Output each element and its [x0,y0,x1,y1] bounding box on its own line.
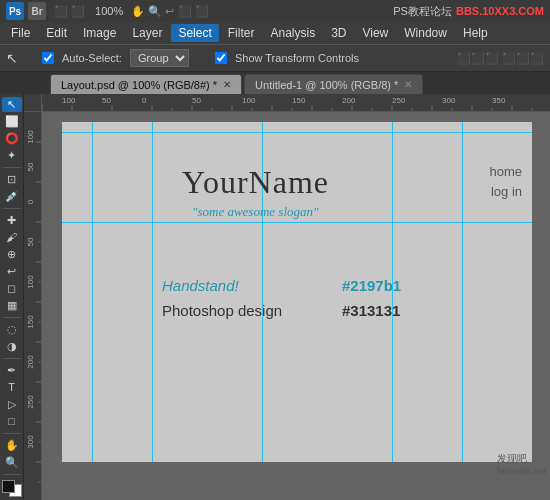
guide-h1 [62,132,532,133]
tool-history[interactable]: ↩ [2,264,22,279]
tool-divider-3 [3,317,21,318]
canvas-handstand: Handstand! [162,277,239,294]
align-icons: ⬛⬛⬛ ⬛⬛⬛ [457,52,544,65]
canvas-hash2: #313131 [342,302,400,319]
svg-text:300: 300 [26,435,35,449]
tool-gradient[interactable]: ▦ [2,298,22,313]
workspace: ↖ ⬜ ⭕ ✦ ⊡ 💉 ✚ 🖌 ⊕ ↩ ◻ ▦ ◌ ◑ ✒ T ▷ □ ✋ 🔍 [0,94,550,500]
menu-layer[interactable]: Layer [125,24,169,42]
tool-brush[interactable]: 🖌 [2,230,22,245]
tool-eraser[interactable]: ◻ [2,281,22,296]
tool-crop[interactable]: ⊡ [2,172,22,187]
tab-untitled-close[interactable]: ✕ [404,79,412,90]
menu-select[interactable]: Select [171,24,218,42]
tool-divider-5 [3,433,21,434]
svg-text:200: 200 [342,96,356,105]
title-bar-right: PS教程论坛 BBS.10XX3.COM [393,4,544,19]
tool-marquee[interactable]: ⬜ [2,114,22,129]
watermark-right-text: 发现吧 [497,453,527,464]
svg-text:250: 250 [26,395,35,409]
tool-lasso[interactable]: ⭕ [2,131,22,146]
tool-shape[interactable]: □ [2,414,22,429]
svg-text:200: 200 [26,355,35,369]
options-bar: ↖ Auto-Select: Group Layer Show Transfor… [0,44,550,72]
title-bar: Ps Br ⬛ ⬛ 100% ✋ 🔍 ↩ ⬛ ⬛ PS教程论坛 BBS.10XX… [0,0,550,22]
svg-text:50: 50 [102,96,111,105]
canvas-content: YourName "some awesome slogan" home log … [42,112,550,500]
title-controls: ⬛ ⬛ [54,5,85,18]
tool-divider-1 [3,167,21,168]
tool-pathselect[interactable]: ▷ [2,397,22,412]
menu-analysis[interactable]: Analysis [263,24,322,42]
menu-image[interactable]: Image [76,24,123,42]
tool-blur[interactable]: ◌ [2,322,22,337]
menu-bar: File Edit Image Layer Select Filter Anal… [0,22,550,44]
menu-help[interactable]: Help [456,24,495,42]
nav-icons: ✋ 🔍 ↩ [131,5,174,18]
svg-text:100: 100 [26,275,35,289]
canvas-home: home [489,164,522,179]
tool-divider-4 [3,358,21,359]
canvas-hash1: #2197b1 [342,277,401,294]
move-tool-icon: ↖ [6,50,18,66]
canvas-photoshop: Photoshop design [162,302,282,319]
tab-untitled-label: Untitled-1 @ 100% (RGB/8) * [255,79,398,91]
ruler-v: 100 50 0 50 100 150 200 250 300 [24,112,42,500]
menu-filter[interactable]: Filter [221,24,262,42]
tab-layout[interactable]: Layout.psd @ 100% (RGB/8#) * ✕ [50,74,242,94]
svg-text:150: 150 [292,96,306,105]
guide-v1 [92,122,93,462]
canvas-yourname: YourName [182,164,329,201]
tab-layout-close[interactable]: ✕ [223,79,231,90]
tab-untitled[interactable]: Untitled-1 @ 100% (RGB/8) * ✕ [244,74,423,94]
svg-text:50: 50 [26,237,35,246]
title-bar-left: Ps Br ⬛ ⬛ 100% ✋ 🔍 ↩ ⬛ ⬛ [6,2,209,20]
doc-canvas: YourName "some awesome slogan" home log … [62,122,532,462]
group-select[interactable]: Group Layer [130,49,189,67]
tool-magicwand[interactable]: ✦ [2,148,22,163]
ps-icon: Ps [6,2,24,20]
tool-text[interactable]: T [2,380,22,395]
svg-text:300: 300 [442,96,456,105]
watermark-right-url: faxianba.net [497,466,546,476]
tool-zoom[interactable]: 🔍 [2,455,22,470]
menu-edit[interactable]: Edit [39,24,74,42]
tool-clone[interactable]: ⊕ [2,247,22,262]
menu-file[interactable]: File [4,24,37,42]
title-icons2: ⬛ ⬛ [178,5,209,18]
ruler-corner [24,94,42,112]
svg-text:350: 350 [492,96,506,105]
menu-window[interactable]: Window [397,24,454,42]
guide-v5 [462,122,463,462]
ruler-h: 100 50 0 50 100 150 200 250 300 350 [42,94,550,112]
watermark-right: 发现吧 faxianba.net [497,452,546,476]
tool-pen[interactable]: ✒ [2,363,22,378]
menu-3d[interactable]: 3D [324,24,353,42]
svg-text:250: 250 [392,96,406,105]
showctrls-checkbox[interactable] [215,52,227,64]
svg-text:50: 50 [192,96,201,105]
svg-text:50: 50 [26,162,35,171]
tool-healing[interactable]: ✚ [2,213,22,228]
foreground-bg-colors [2,480,22,497]
svg-text:150: 150 [26,315,35,329]
canvas-slogan: "some awesome slogan" [192,204,318,220]
site-label: PS教程论坛 [393,4,452,19]
tab-bar: Layout.psd @ 100% (RGB/8#) * ✕ Untitled-… [0,72,550,94]
site-url: BBS.10XX3.COM [456,5,544,17]
autoselectcheckbox[interactable] [42,52,54,64]
tool-dodge[interactable]: ◑ [2,339,22,354]
svg-text:100: 100 [26,130,35,144]
tool-divider-2 [3,208,21,209]
br-icon: Br [28,2,46,20]
svg-text:0: 0 [142,96,147,105]
tool-eyedropper[interactable]: 💉 [2,189,22,204]
autoselect-label: Auto-Select: [62,52,122,64]
svg-text:100: 100 [62,96,76,105]
tool-hand[interactable]: ✋ [2,438,22,453]
svg-text:100: 100 [242,96,256,105]
canvas-area: 100 50 0 50 100 150 200 250 300 350 [24,94,550,500]
menu-view[interactable]: View [355,24,395,42]
tool-move[interactable]: ↖ [2,97,22,112]
guide-v2 [152,122,153,462]
